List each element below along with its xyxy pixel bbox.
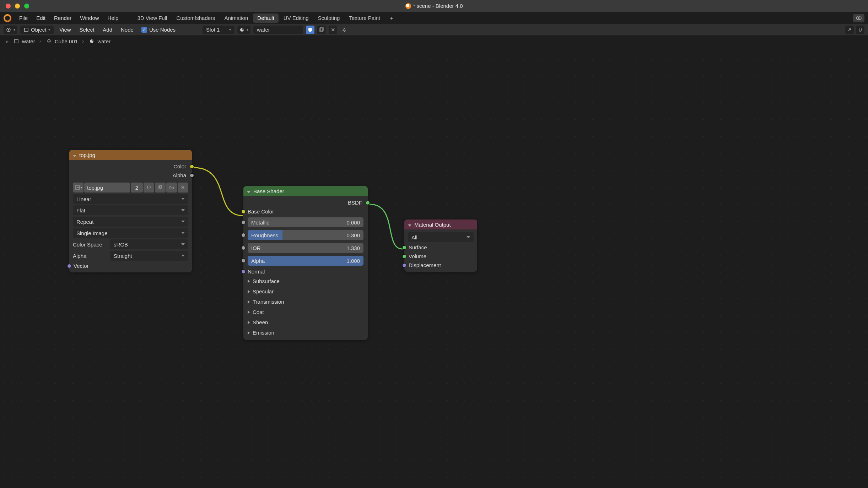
breadcrumb-item-1[interactable]: Cube.001 [55,38,78,44]
base-color-input-socket[interactable] [241,210,246,214]
roughness-value[interactable]: 0.300 [346,232,360,238]
interpolation-dropdown[interactable]: Linear [73,194,188,204]
extension-value: Repeat [76,219,93,225]
workspace-tab-sculpting[interactable]: Sculpting [314,13,344,23]
metallic-label: Metallic [251,219,269,226]
roughness-input-socket[interactable] [241,233,246,237]
header-menu-view[interactable]: View [56,27,74,33]
projection-dropdown[interactable]: Flat [73,205,188,215]
node-title: Material Output [414,222,451,228]
pin-button[interactable] [340,26,349,34]
header-menu-select[interactable]: Select [77,27,97,33]
group-emission[interactable]: Emission [247,328,364,337]
group-sheen[interactable]: Sheen [247,318,364,327]
image-users[interactable]: 2 [131,183,143,193]
workspace-tab-3dviewfull[interactable]: 3D View Full [133,13,171,23]
snap-button[interactable] [856,26,864,34]
svg-point-3 [8,29,9,31]
workspace-tab-uvediting[interactable]: UV Editing [279,13,313,23]
target-dropdown[interactable]: All [408,232,474,242]
menu-help[interactable]: Help [103,12,123,24]
node-base-shader[interactable]: Base Shader BSDF Base Color Metallic0.00… [243,186,368,340]
close-window-button[interactable] [6,4,11,9]
fake-user-button[interactable] [306,26,314,34]
menu-window[interactable]: Window [76,12,103,24]
node-material-output[interactable]: Material Output All Surface Volume Displ… [404,219,477,272]
bsdf-output-socket[interactable] [366,201,370,205]
image-new-button[interactable] [155,183,166,193]
surface-label: Surface [409,244,427,250]
ior-value[interactable]: 1.330 [346,245,360,251]
workspace-tab-default[interactable]: Default [253,13,279,23]
source-dropdown[interactable]: Single Image [73,228,188,238]
svg-rect-12 [160,185,162,188]
group-transmission[interactable]: Transmission [247,297,364,306]
collapse-icon[interactable] [247,188,250,194]
node-header[interactable]: Material Output [404,219,477,229]
image-unlink-button[interactable]: ✕ [178,183,188,193]
node-image-texture[interactable]: top.jpg Color Alpha ▾ top.jpg 2 ✕ Linear… [69,150,192,272]
workspace-tab-texturepaint[interactable]: Texture Paint [345,13,384,23]
vector-input-socket[interactable] [67,264,71,268]
material-name-field[interactable]: water [253,26,303,34]
parent-node-tree-button[interactable] [845,26,854,34]
group-specular[interactable]: Specular [247,287,364,296]
header-menu-node[interactable]: Node [118,27,136,33]
alpha-input-socket[interactable] [241,259,246,263]
source-value: Single Image [76,230,108,236]
alpha-mode-dropdown[interactable]: Straight [110,251,188,261]
node-header[interactable]: top.jpg [69,150,192,160]
image-open-button[interactable] [166,183,177,193]
breadcrumb-item-0[interactable]: water [22,38,35,44]
node-header[interactable]: Base Shader [243,186,368,196]
alpha-value[interactable]: 1.000 [346,258,360,264]
use-nodes-checkbox[interactable]: ✓ [141,27,147,33]
collapse-icon[interactable] [408,222,411,228]
svg-point-1 [858,17,861,20]
alpha-mode-value: Straight [114,253,132,259]
image-browser-button[interactable]: ▾ [73,183,83,193]
group-subsurface[interactable]: Subsurface [247,277,364,286]
displacement-input-socket[interactable] [402,263,406,267]
socket-label-alpha: Alpha [173,172,186,178]
menu-edit[interactable]: Edit [32,12,50,24]
collapse-icon[interactable] [73,152,76,158]
color-space-dropdown[interactable]: sRGB [110,239,188,249]
use-nodes-toggle[interactable]: ✓ Use Nodes [141,27,176,33]
slot-dropdown[interactable]: Slot 1▾ [203,26,234,34]
surface-input-socket[interactable] [402,245,406,250]
editor-type-dropdown[interactable]: ▾ [4,26,17,34]
scene-selector[interactable] [853,14,864,22]
metallic-value[interactable]: 0.000 [346,219,360,226]
image-name-field[interactable]: top.jpg [84,183,130,193]
menu-render[interactable]: Render [50,12,76,24]
unlink-material-button[interactable]: ✕ [329,26,337,34]
alpha-mode-label: Alpha [73,253,107,259]
minimize-window-button[interactable] [15,4,20,9]
material-browser[interactable]: ▾ [237,26,250,34]
window-title-text: * scene - Blender 4.0 [413,3,463,9]
add-workspace-button[interactable]: + [388,14,395,22]
alpha-output-socket[interactable] [190,173,194,178]
new-material-button[interactable] [317,26,326,34]
extension-dropdown[interactable]: Repeat [73,217,188,227]
window-title: * scene - Blender 4.0 [405,3,463,9]
breadcrumb-toggle[interactable]: ▸ [4,38,11,45]
ior-input-socket[interactable] [241,246,246,250]
image-fake-user-button[interactable] [144,183,154,193]
workspace-tab-animation[interactable]: Animation [220,13,253,23]
header-menu-add[interactable]: Add [100,27,115,33]
group-coat[interactable]: Coat [247,308,364,316]
breadcrumb-item-2[interactable]: water [97,38,110,44]
node-editor-canvas[interactable]: top.jpg Color Alpha ▾ top.jpg 2 ✕ Linear… [0,47,868,488]
menu-file[interactable]: File [15,12,32,24]
volume-input-socket[interactable] [402,254,406,259]
metallic-input-socket[interactable] [241,220,246,224]
normal-input-socket[interactable] [241,270,246,274]
blender-logo-icon[interactable] [4,14,11,22]
socket-label-vector: Vector [74,263,89,269]
color-output-socket[interactable] [190,164,194,169]
mode-dropdown[interactable]: Object ▾ [20,26,54,34]
workspace-tab-customshaders[interactable]: Custom!shaders [172,13,219,23]
zoom-window-button[interactable] [24,4,29,9]
